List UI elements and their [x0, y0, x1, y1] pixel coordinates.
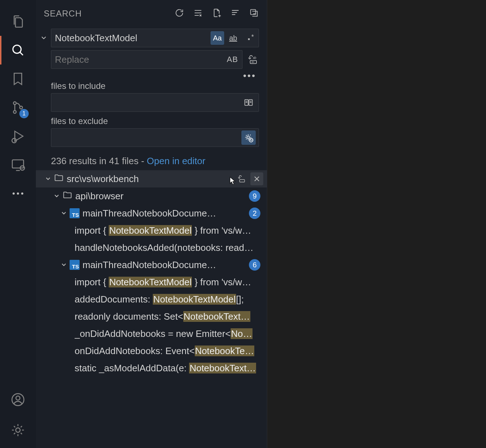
svg-point-4 [20, 106, 23, 109]
folder-icon [54, 173, 64, 185]
svg-point-33 [247, 136, 249, 138]
chevron-down-icon[interactable] [42, 175, 54, 183]
search-input-wrap: Aa ab ▪* [51, 29, 259, 47]
results-summary: 236 results in 41 files - Open in editor [36, 150, 267, 170]
bookmark-icon[interactable] [0, 65, 36, 93]
view-as-tree-icon[interactable] [230, 8, 240, 19]
folder-icon [62, 190, 72, 202]
files-exclude-input[interactable] [55, 133, 241, 143]
regex-toggle[interactable]: ▪* [242, 32, 256, 46]
svg-point-11 [16, 428, 20, 432]
preserve-case-toggle[interactable]: AB [226, 53, 239, 66]
remote-explorer-icon[interactable] [0, 151, 36, 179]
match-count-badge: 6 [249, 259, 260, 271]
match-line[interactable]: readonly documents: Set<NotebookText… [36, 308, 267, 325]
whole-word-toggle[interactable]: ab [226, 31, 240, 45]
chevron-down-icon[interactable] [51, 192, 62, 200]
typescript-file-icon: TS [70, 208, 80, 218]
match-line[interactable]: onDidAddNotebooks: Event<NotebookTe… [36, 342, 267, 359]
replace-input-wrap: AB [51, 50, 242, 69]
open-in-editor-link[interactable]: Open in editor [147, 156, 205, 166]
search-activity-icon[interactable] [0, 36, 36, 65]
svg-rect-7 [12, 160, 24, 168]
account-icon[interactable] [10, 391, 25, 409]
match-line[interactable]: addedDocuments: NotebookTextModel[]; [36, 291, 267, 308]
more-icon[interactable] [0, 179, 36, 208]
result-file[interactable]: TS mainThreadNotebookDocuments… 6 [36, 256, 267, 273]
files-include-label: files to include [36, 80, 267, 93]
typescript-file-icon: TS [70, 260, 80, 270]
svg-rect-36 [240, 180, 245, 182]
match-line[interactable]: import { NotebookTextModel } from 'vs/w… [36, 273, 267, 291]
editor-area [267, 0, 486, 448]
source-control-badge: 1 [19, 109, 29, 118]
svg-point-3 [13, 110, 16, 113]
match-line[interactable]: handleNotebooksAdded(notebooks: read… [36, 239, 267, 256]
new-search-editor-icon[interactable] [212, 8, 222, 19]
svg-line-1 [20, 52, 23, 55]
use-include-file-icon[interactable] [241, 95, 256, 110]
source-control-icon[interactable]: 1 [0, 93, 36, 122]
clear-results-icon[interactable] [193, 8, 203, 19]
sidebar-title: SEARCH [44, 9, 82, 19]
toggle-search-details-icon[interactable]: ••• [36, 70, 267, 80]
results-tree: src\vs\workbench api\browser 9 TS mainTh… [36, 170, 267, 448]
search-input[interactable] [55, 33, 211, 44]
svg-point-0 [13, 45, 21, 53]
result-file[interactable]: TS mainThreadNotebookDocuments.ts 2 [36, 205, 267, 222]
run-debug-icon[interactable] [0, 122, 36, 151]
result-folder[interactable]: api\browser 9 [36, 187, 267, 205]
file-name: mainThreadNotebookDocuments… [82, 259, 219, 271]
search-sidebar: SEARCH Aa ab ▪* AB [36, 0, 267, 448]
match-line[interactable]: import { NotebookTextModel } from 'vs/w… [36, 222, 267, 239]
explorer-icon[interactable] [0, 7, 36, 36]
search-header-actions [174, 8, 259, 19]
sidebar-header: SEARCH [36, 0, 267, 25]
match-line[interactable]: _onDidAddNotebooks = new Emitter<No… [36, 325, 267, 342]
match-count-badge: 9 [249, 190, 260, 202]
svg-point-2 [13, 102, 16, 105]
dismiss-icon[interactable] [250, 172, 263, 185]
files-exclude-label: files to exclude [36, 115, 267, 128]
match-case-toggle[interactable]: Aa [211, 31, 224, 45]
replace-folder-icon[interactable] [235, 172, 248, 185]
replace-all-icon[interactable]: abac [247, 53, 259, 66]
files-include-input[interactable] [55, 97, 241, 108]
match-count-badge: 2 [249, 208, 260, 219]
toggle-replace-icon[interactable] [39, 33, 49, 43]
folder-path: api\browser [75, 191, 123, 202]
svg-text:ab: ab [253, 56, 256, 59]
refresh-icon[interactable] [174, 8, 184, 19]
use-exclude-settings-icon[interactable] [241, 130, 256, 145]
chevron-down-icon[interactable] [58, 209, 70, 218]
replace-input[interactable] [55, 54, 226, 65]
match-line[interactable]: static _asModelAddData(e: NotebookText… [36, 359, 267, 377]
svg-text:ac: ac [251, 60, 254, 63]
file-name: mainThreadNotebookDocuments.ts [82, 208, 219, 219]
result-folder-root[interactable]: src\vs\workbench [36, 170, 267, 187]
svg-point-10 [16, 396, 20, 400]
activity-bar: 1 [0, 0, 36, 448]
settings-gear-icon[interactable] [10, 421, 25, 439]
collapse-all-icon[interactable] [249, 8, 259, 19]
chevron-down-icon[interactable] [58, 261, 70, 269]
folder-path: src\vs\workbench [67, 173, 139, 185]
